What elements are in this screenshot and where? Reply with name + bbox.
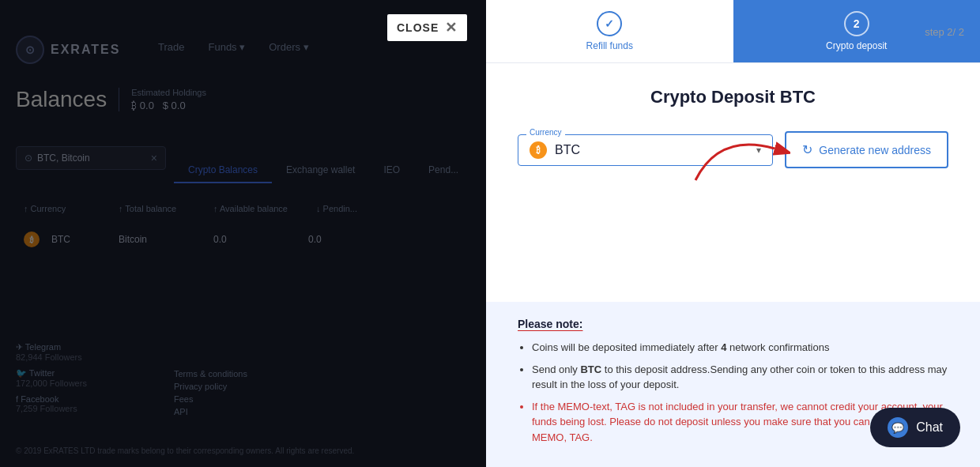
currency-selected-value: BTC <box>555 143 748 157</box>
overlay-dim <box>0 0 488 467</box>
chat-label: Chat <box>916 420 943 435</box>
generate-btn-label: Generate new address <box>819 144 931 156</box>
refresh-icon: ↻ <box>802 142 812 157</box>
modal-body: Crypto Deposit BTC Currency ₿ BTC ▾ ↻ Ge… <box>486 63 980 302</box>
close-icon: ✕ <box>445 19 458 36</box>
step-info: step 2/ 2 <box>925 25 964 37</box>
currency-row: Currency ₿ BTC ▾ ↻ Generate new address <box>518 131 948 168</box>
note-2-bold: BTC <box>580 363 601 375</box>
please-note-header: Please note: <box>518 318 948 330</box>
currency-select[interactable]: Currency ₿ BTC ▾ <box>518 134 773 166</box>
currency-float-label: Currency <box>526 128 565 137</box>
modal-panel: ✓ Refill funds 2 Crypto deposit step 2/ … <box>486 0 980 467</box>
note-item-1: Coins will be deposited immediately afte… <box>532 340 948 356</box>
step-2-label: Crypto deposit <box>826 40 887 51</box>
note-item-2: Send only BTC to this deposit address.Se… <box>532 362 948 393</box>
step-1-circle: ✓ <box>597 11 622 36</box>
note-1-end: network confirmations <box>726 341 829 353</box>
chat-icon: 💬 <box>888 417 908 438</box>
dropdown-arrow-icon: ▾ <box>756 145 761 156</box>
modal-title: Crypto Deposit BTC <box>518 87 948 107</box>
step-1-label: Refill funds <box>586 40 633 51</box>
close-label: CLOSE <box>397 21 439 34</box>
step-2-number: 2 <box>854 17 860 30</box>
chat-button[interactable]: 💬 Chat <box>870 408 960 447</box>
note-2-pre: Send only <box>532 363 580 375</box>
step-tab-1[interactable]: ✓ Refill funds <box>486 0 733 62</box>
note-1-pre: Coins will be deposited immediately afte… <box>532 341 721 353</box>
step-2-circle: 2 <box>844 11 869 36</box>
step-tabs: ✓ Refill funds 2 Crypto deposit step 2/ … <box>486 0 980 63</box>
close-button[interactable]: CLOSE ✕ <box>387 14 467 41</box>
generate-address-button[interactable]: ↻ Generate new address <box>785 131 948 168</box>
btc-select-icon: ₿ <box>530 141 547 159</box>
step-1-checkmark: ✓ <box>605 17 614 30</box>
currency-select-inner: ₿ BTC ▾ <box>530 141 761 159</box>
